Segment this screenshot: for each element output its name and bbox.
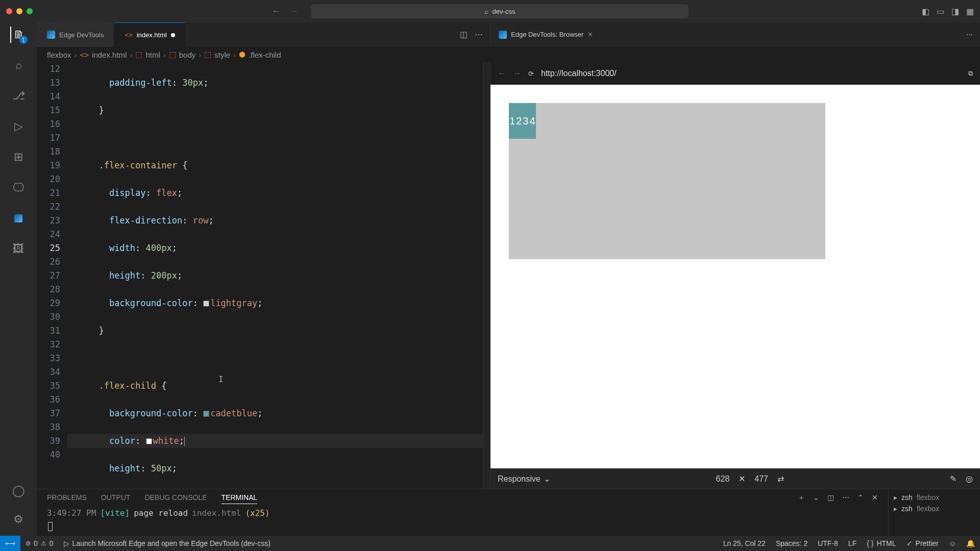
breadcrumb-node[interactable]: style (214, 51, 230, 59)
gallery-icon[interactable]: 🖼 (10, 241, 27, 257)
rendered-page[interactable]: 1 2 3 4 (491, 85, 980, 468)
tab-index-html[interactable]: <> index.html (114, 22, 185, 47)
edge-tools-icon[interactable] (10, 210, 27, 227)
explorer-icon[interactable]: 🗎1 (10, 27, 27, 43)
editor-actions: ◫ ⋯ (453, 22, 490, 46)
new-terminal-icon[interactable]: ＋ (798, 493, 805, 504)
inspect-icon[interactable]: ◎ (966, 474, 973, 484)
browser-toolbar: ← → ⟳ http://localhost:3000/ ⧉ (491, 62, 980, 85)
maximize-window-icon[interactable] (27, 8, 33, 14)
html-file-icon: <> (80, 51, 89, 59)
status-cursor-pos[interactable]: Ln 25, Col 22 (718, 539, 771, 547)
terminal-file: index.html (192, 508, 241, 518)
rotate-icon[interactable]: ⇄ (777, 474, 784, 484)
breadcrumb-node[interactable]: .flex-child (249, 51, 281, 59)
status-bar: ⟷ ⊘0 ⚠0 ▷ Launch Microsoft Edge and open… (0, 536, 980, 551)
editor-tabs-row: Edge DevTools <> index.html ◫ ⋯ Edge Dev… (37, 22, 980, 47)
breadcrumb-file[interactable]: index.html (92, 51, 127, 59)
flex-container-preview: 1 2 3 4 (509, 103, 825, 259)
status-launch-task[interactable]: ▷ Launch Microsoft Edge and open the Edg… (59, 539, 276, 547)
terminal-instance[interactable]: ▸zshflexbox (894, 505, 975, 513)
dimension-separator-icon: ✕ (739, 474, 745, 484)
browser-forward-icon[interactable]: → (513, 69, 521, 78)
account-icon[interactable]: ◯ (10, 483, 27, 499)
tab-debug-console[interactable]: DEBUG CONSOLE (144, 493, 207, 504)
terminal-instance[interactable]: ▸zshflexbox (894, 493, 975, 502)
terminal-prompt[interactable] (37, 520, 888, 533)
panel-bottom-icon[interactable]: ▭ (937, 7, 944, 16)
extensions-icon[interactable]: ⊞ (10, 149, 27, 165)
edge-icon (499, 31, 507, 39)
terminal-icon: ▸ (894, 505, 897, 513)
browser-reload-icon[interactable]: ⟳ (528, 70, 534, 78)
more-actions-icon[interactable]: ⋯ (475, 30, 483, 39)
source-control-icon[interactable]: ⎇ (10, 88, 27, 104)
tab-output[interactable]: OUTPUT (101, 493, 131, 504)
customize-layout-icon[interactable]: ▦ (966, 7, 974, 16)
search-activity-icon[interactable]: ⌕ (10, 57, 27, 73)
tab-label: index.html (137, 31, 167, 39)
panel-right-icon[interactable]: ◨ (951, 7, 959, 16)
edge-icon (47, 31, 55, 39)
remote-explorer-icon[interactable]: 🖵 (10, 180, 27, 196)
flex-child-preview: 4 (529, 103, 535, 139)
status-encoding[interactable]: UTF-8 (813, 539, 843, 547)
chevron-down-icon: ⌄ (544, 474, 550, 484)
device-emulation-bar: Responsive ⌄ 628 ✕ 477 ⇄ ✎ ◎ (491, 468, 980, 489)
viewport-width[interactable]: 628 (716, 474, 730, 484)
remote-indicator[interactable]: ⟷ (0, 536, 20, 551)
terminal-icon: ▸ (894, 493, 897, 502)
maximize-panel-icon[interactable]: ⌃ (857, 493, 864, 504)
settings-gear-icon[interactable]: ⚙ (10, 511, 27, 528)
status-notifications-icon[interactable]: 🔔 (961, 539, 980, 547)
close-window-icon[interactable] (6, 8, 12, 14)
terminal-output[interactable]: 3:49:27 PM [vite] page reload index.html… (37, 506, 888, 520)
minimize-window-icon[interactable] (16, 8, 22, 14)
nav-history: ← → (272, 7, 299, 16)
split-editor-icon[interactable]: ◫ (460, 30, 468, 39)
breadcrumb-node[interactable]: html (145, 51, 160, 59)
status-language[interactable]: { } HTML (862, 539, 901, 547)
viewport-height[interactable]: 477 (754, 474, 768, 484)
terminal-dropdown-icon[interactable]: ⌄ (813, 493, 819, 504)
device-mode-dropdown[interactable]: Responsive ⌄ (498, 474, 550, 484)
command-center[interactable]: ⌕ dev-css (311, 4, 689, 18)
terminal-msg: page reload (134, 508, 188, 518)
titlebar: ← → ⌕ dev-css ◧ ▭ ◨ ▦ (0, 0, 980, 22)
search-icon: ⌕ (484, 8, 488, 15)
status-problems[interactable]: ⊘0 ⚠0 (20, 539, 59, 547)
dirty-indicator-icon (171, 33, 175, 37)
breadcrumb[interactable]: flexbox › <> index.html › ⬚ html › ⬚ bod… (37, 47, 980, 62)
panel-tabs: PROBLEMS OUTPUT DEBUG CONSOLE TERMINAL ＋… (37, 489, 888, 506)
status-feedback-icon[interactable]: ☺ (944, 539, 961, 547)
terminal-cursor-icon (48, 522, 53, 531)
forward-icon[interactable]: → (290, 7, 299, 16)
browser-tab-actions[interactable]: ⋯ (959, 31, 980, 38)
tab-browser-preview[interactable]: Edge DevTools: Browser ✕ (491, 22, 601, 47)
status-eol[interactable]: LF (843, 539, 862, 547)
tab-terminal[interactable]: TERMINAL (222, 493, 258, 504)
terminal-source: [vite] (100, 508, 130, 518)
close-tab-icon[interactable]: ✕ (587, 31, 593, 38)
close-panel-icon[interactable]: ✕ (872, 493, 878, 504)
panel-left-icon[interactable]: ◧ (922, 7, 929, 16)
more-panel-icon[interactable]: ⋯ (842, 493, 849, 504)
flex-child-preview: 2 (516, 103, 522, 139)
split-terminal-icon[interactable]: ◫ (827, 493, 834, 504)
code-editor[interactable]: 1213141516171819202122232425262728293031… (37, 62, 490, 489)
browser-back-icon[interactable]: ← (498, 69, 506, 78)
open-external-icon[interactable]: ⧉ (968, 69, 973, 78)
status-prettier[interactable]: ✓ Prettier (901, 539, 944, 547)
layout-controls: ◧ ▭ ◨ ▦ (922, 7, 974, 16)
eyedropper-icon[interactable]: ✎ (950, 474, 957, 484)
back-icon[interactable]: ← (272, 7, 280, 16)
run-debug-icon[interactable]: ▷ (10, 118, 27, 135)
breadcrumb-node[interactable]: body (179, 51, 196, 59)
breadcrumb-folder[interactable]: flexbox (47, 51, 71, 59)
minimap[interactable] (483, 62, 490, 489)
tab-problems[interactable]: PROBLEMS (47, 493, 87, 504)
url-input[interactable]: http://localhost:3000/ (541, 69, 961, 78)
tab-edge-devtools[interactable]: Edge DevTools (37, 22, 114, 47)
code-content[interactable]: padding-left: 30px; } .flex-container { … (67, 62, 483, 489)
status-indent[interactable]: Spaces: 2 (771, 539, 813, 547)
